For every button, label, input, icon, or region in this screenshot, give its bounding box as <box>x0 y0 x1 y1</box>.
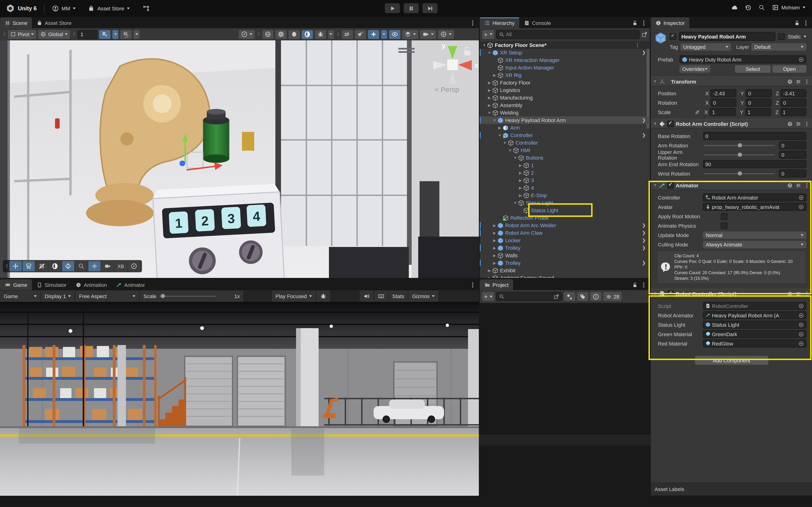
static-checkbox[interactable] <box>778 33 785 40</box>
upper-arm-rotation-slider[interactable] <box>704 154 774 155</box>
hierarchy-item-1[interactable]: ▶1 <box>480 162 650 169</box>
avatar-field[interactable]: prop_heavy_robotic_armAvat <box>703 203 806 211</box>
upper-arm-rotation-value-field[interactable]: 0 <box>779 151 806 159</box>
gizmo-x-label[interactable]: x <box>474 62 478 69</box>
expand-arrow[interactable]: ▼ <box>487 111 492 115</box>
hierarchy-item-controller[interactable]: ▼Controller <box>480 139 650 147</box>
object-picker-icon[interactable] <box>798 204 804 210</box>
hierarchy-item-logistics[interactable]: ▶Logistics <box>480 87 650 94</box>
hmi-button-4[interactable]: 4 <box>252 209 260 224</box>
create-asset-button[interactable]: + <box>482 292 494 301</box>
shading-shadedwire-button[interactable] <box>275 30 287 39</box>
center-tool-button[interactable] <box>88 261 101 271</box>
arm-end-rotation-field[interactable]: 90 <box>703 160 806 168</box>
effects-dropdown[interactable] <box>381 30 387 39</box>
properties-button[interactable] <box>22 261 35 271</box>
prefab-field[interactable]: Heavy Duty Robot Arm <box>679 55 806 63</box>
panel-menu-icon[interactable] <box>469 282 476 288</box>
game-keyboard-button[interactable] <box>374 290 389 301</box>
lock-icon[interactable] <box>632 282 638 288</box>
expand-arrow[interactable]: ▶ <box>487 103 492 107</box>
position-y-field[interactable]: 0 <box>746 89 771 97</box>
scale-x-field[interactable]: 1 <box>710 108 735 116</box>
toolbar-handle[interactable]: ‖ <box>73 31 75 38</box>
prefab-open-chevron[interactable]: ❯ <box>642 245 646 250</box>
prefab-open-chevron[interactable]: ❯ <box>642 118 646 122</box>
hierarchy-item-trolley[interactable]: ▶Trolley❯ <box>480 244 650 251</box>
hierarchy-item-status-light[interactable]: ▼Status Light <box>480 199 650 207</box>
expand-arrow[interactable]: ▼ <box>513 156 518 160</box>
create-object-button[interactable]: + <box>482 30 494 39</box>
position-z-field[interactable]: -3.41 <box>781 89 806 97</box>
open-button[interactable]: Open <box>772 65 806 72</box>
overlay-handle[interactable]: ‖ <box>6 263 7 270</box>
scene-camera-dropdown[interactable] <box>420 30 436 39</box>
hmi-button-1[interactable]: 1 <box>174 216 183 231</box>
component-menu-icon[interactable] <box>804 121 810 126</box>
presets-icon[interactable] <box>796 78 801 84</box>
component-enabled-checkbox[interactable] <box>667 290 674 297</box>
help-icon[interactable]: ? <box>787 78 793 84</box>
hierarchy-item-reflection-probe[interactable]: Reflection Probe <box>480 214 650 222</box>
hierarchy-item-xr-setup[interactable]: ▼XR Setup❯ <box>480 49 650 56</box>
open-window-icon[interactable] <box>642 31 648 37</box>
hierarchy-item-locker[interactable]: ▶Locker❯ <box>480 237 650 244</box>
rotation-x-field[interactable]: 0 <box>711 99 737 107</box>
help-icon[interactable]: ? <box>787 291 793 296</box>
lock-icon[interactable] <box>632 20 638 26</box>
expand-arrow[interactable]: ▶ <box>487 88 492 92</box>
prefab-open-chevron[interactable]: ❯ <box>642 133 646 137</box>
gizmo-visibility-button[interactable] <box>62 261 74 271</box>
expand-arrow[interactable]: ▼ <box>492 118 497 122</box>
object-picker-icon[interactable] <box>798 57 804 62</box>
tab-game[interactable]: Game <box>0 279 32 290</box>
arm-rotation-value-field[interactable]: 0 <box>779 141 806 149</box>
xb-button[interactable]: XB <box>115 261 127 271</box>
project-search-input[interactable] <box>496 292 562 301</box>
pause-button[interactable] <box>404 3 419 13</box>
tag-dropdown[interactable]: Untagged <box>680 43 731 51</box>
hierarchy-item-trolley[interactable]: ▶Trolley❯ <box>480 259 650 267</box>
hidden-count-button[interactable]: 28 <box>603 292 622 301</box>
scene-menu-icon[interactable]: ⋮ <box>635 43 640 47</box>
expand-arrow[interactable]: ▶ <box>518 178 523 182</box>
hierarchy-item-arm[interactable]: ▶Arm <box>480 124 650 131</box>
game-debug-button[interactable] <box>316 290 331 301</box>
hierarchy-item-xr-rig[interactable]: ▶XR Rig <box>480 71 650 79</box>
scene-visibility-toggle[interactable] <box>389 30 400 39</box>
toolbar-handle[interactable]: ‖ <box>3 31 5 38</box>
tab-console[interactable]: Console <box>519 17 556 28</box>
animate-physics-checkbox[interactable] <box>721 222 727 229</box>
expand-arrow[interactable]: ▶ <box>487 268 492 273</box>
script-field[interactable]: # RobotController <box>703 302 806 310</box>
tab-project[interactable]: Project <box>480 279 513 290</box>
scene-viewport[interactable]: 1 2 3 4 <box>0 40 479 278</box>
panel-menu-icon[interactable] <box>469 20 476 26</box>
grid-snap-button[interactable] <box>36 261 48 271</box>
hmi-button-3[interactable]: 3 <box>227 211 235 226</box>
prefab-open-chevron[interactable]: ❯ <box>642 238 646 243</box>
link-scale-icon[interactable] <box>695 109 700 115</box>
expand-arrow[interactable]: ▼ <box>513 201 518 205</box>
hierarchy-item-3[interactable]: ▶3 <box>480 176 650 184</box>
expand-arrow[interactable]: ▼ <box>502 140 507 145</box>
move-tool-button[interactable] <box>9 261 21 271</box>
gizmos-dropdown[interactable] <box>438 30 454 39</box>
2d-toggle[interactable]: 2D <box>342 30 353 39</box>
expand-arrow[interactable]: ▶ <box>492 223 497 227</box>
hierarchy-item-status-light[interactable]: Status Light <box>480 207 650 214</box>
user-menu[interactable]: Mohsen <box>772 4 805 11</box>
search-overlay-button[interactable] <box>75 261 87 271</box>
game-gizmos-dropdown[interactable]: Gizmos <box>408 290 439 301</box>
audio-toggle[interactable] <box>355 30 366 39</box>
scale-control[interactable]: Scale 1x <box>140 290 244 301</box>
panel-menu-icon[interactable] <box>803 20 809 26</box>
hierarchy-item-walls[interactable]: ▶Walls <box>480 251 650 259</box>
panel-menu-icon[interactable] <box>641 20 647 26</box>
position-x-field[interactable]: -2.43 <box>711 89 737 97</box>
grid-size-input[interactable]: 1 <box>78 30 97 39</box>
red-material-field[interactable]: RedGlow <box>703 339 806 347</box>
tab-simulator[interactable]: Simulator <box>32 279 71 290</box>
rotation-z-field[interactable]: 0 <box>781 99 806 107</box>
transform-header[interactable]: ▼ Transform ? <box>651 76 812 87</box>
